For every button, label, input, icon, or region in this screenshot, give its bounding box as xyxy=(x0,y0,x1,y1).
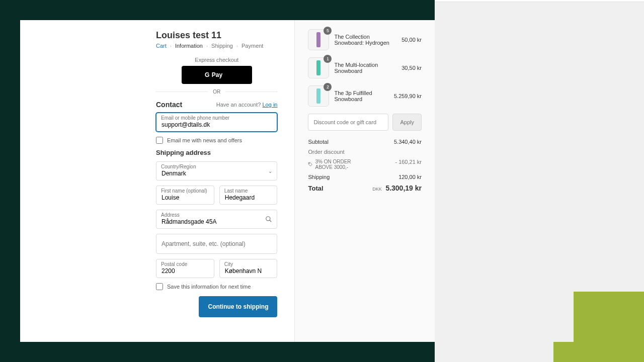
item-thumb: 1 xyxy=(308,57,329,78)
crumb-information: Information xyxy=(175,43,203,49)
cart-item: 5 The Collection Snowboard: Hydrogen 50,… xyxy=(308,29,422,50)
gpay-icon: G Pay xyxy=(205,70,229,79)
svg-point-4 xyxy=(309,163,310,163)
news-optin-row[interactable]: Email me with news and offers xyxy=(156,137,277,144)
discount-tag: 3% ON ORDER ABOVE 3000,- xyxy=(308,159,365,170)
cart-item: 1 The Multi-location Snowboard 30,50 kr xyxy=(308,57,422,78)
last-name-label: Last name xyxy=(224,188,248,194)
svg-text:Pay: Pay xyxy=(211,71,222,78)
svg-text:G: G xyxy=(205,71,209,78)
save-info-checkbox[interactable] xyxy=(156,283,163,290)
tag-icon xyxy=(308,162,313,167)
store-title: Louises test 11 xyxy=(156,30,277,41)
svg-line-3 xyxy=(270,220,272,222)
city-label: City xyxy=(224,261,233,267)
email-field-wrap: Email or mobile phone number xyxy=(156,113,277,132)
order-summary-panel: 5 The Collection Snowboard: Hydrogen 50,… xyxy=(295,20,435,342)
subtotal-value: 5.340,40 kr xyxy=(394,139,422,145)
apply-button[interactable]: Apply xyxy=(392,114,422,131)
divider-or: OR xyxy=(156,89,277,95)
news-optin-checkbox[interactable] xyxy=(156,137,163,144)
item-price: 30,50 kr xyxy=(401,65,422,71)
total-label: Total xyxy=(308,185,323,192)
crumb-shipping: Shipping xyxy=(211,43,233,49)
save-info-row[interactable]: Save this information for next time xyxy=(156,283,277,290)
item-name: The Multi-location Snowboard xyxy=(334,62,396,74)
item-price: 5.259,90 kr xyxy=(394,93,422,99)
checkout-window: Louises test 11 Cart › Information › Shi… xyxy=(20,20,435,342)
login-link[interactable]: Log in xyxy=(262,102,277,108)
svg-point-2 xyxy=(266,217,270,221)
or-text: OR xyxy=(208,89,225,95)
crumb-payment: Payment xyxy=(242,43,263,49)
search-icon xyxy=(265,216,272,223)
item-thumb: 5 xyxy=(308,29,329,50)
chevron-right-icon: › xyxy=(236,44,238,49)
shipping-heading: Shipping address xyxy=(156,149,277,156)
zip-label: Postal code xyxy=(161,261,187,267)
have-account-text: Have an account? Log in xyxy=(216,102,278,108)
save-info-label: Save this information for next time xyxy=(167,284,251,290)
subtotal-label: Subtotal xyxy=(308,139,328,145)
item-name: The Collection Snowboard: Hydrogen xyxy=(334,34,396,46)
country-label: Country/Region xyxy=(161,164,196,169)
express-checkout-label: Express checkout xyxy=(156,57,277,63)
main-panel: Louises test 11 Cart › Information › Shi… xyxy=(20,20,295,342)
news-optin-label: Email me with news and offers xyxy=(167,137,242,143)
first-name-label: First name (optional) xyxy=(161,188,207,194)
total-value: 5.300,19 kr xyxy=(385,184,422,192)
crumb-cart[interactable]: Cart xyxy=(156,43,167,49)
currency-code: DKK xyxy=(372,187,382,192)
cart-item: 2 The 3p Fulfilled Snowboard 5.259,90 kr xyxy=(308,85,422,107)
qty-badge: 1 xyxy=(324,55,332,63)
address-label: Address xyxy=(161,212,180,218)
contact-heading: Contact xyxy=(156,101,182,109)
item-thumb: 2 xyxy=(308,85,329,107)
qty-badge: 2 xyxy=(324,83,332,91)
chevron-right-icon: › xyxy=(206,44,208,49)
item-name: The 3p Fulfilled Snowboard xyxy=(334,90,388,102)
breadcrumb: Cart › Information › Shipping › Payment xyxy=(156,43,277,49)
apartment-field[interactable] xyxy=(156,234,277,254)
chevron-right-icon: › xyxy=(170,44,172,49)
country-field-wrap: Country/Region ⌄ xyxy=(156,161,277,180)
item-price: 50,00 kr xyxy=(401,37,422,43)
gpay-button[interactable]: G Pay xyxy=(182,66,252,84)
email-label: Email or mobile phone number xyxy=(161,115,229,121)
shipping-cost-label: Shipping xyxy=(308,174,330,180)
continue-button[interactable]: Continue to shipping xyxy=(199,296,277,317)
qty-badge: 5 xyxy=(324,27,332,35)
orderdiscount-label: Order discount xyxy=(308,149,344,155)
shipping-cost-value: 120,00 kr xyxy=(398,174,422,180)
discount-value: - 160,21 kr xyxy=(395,159,422,170)
discount-input[interactable] xyxy=(308,114,388,131)
